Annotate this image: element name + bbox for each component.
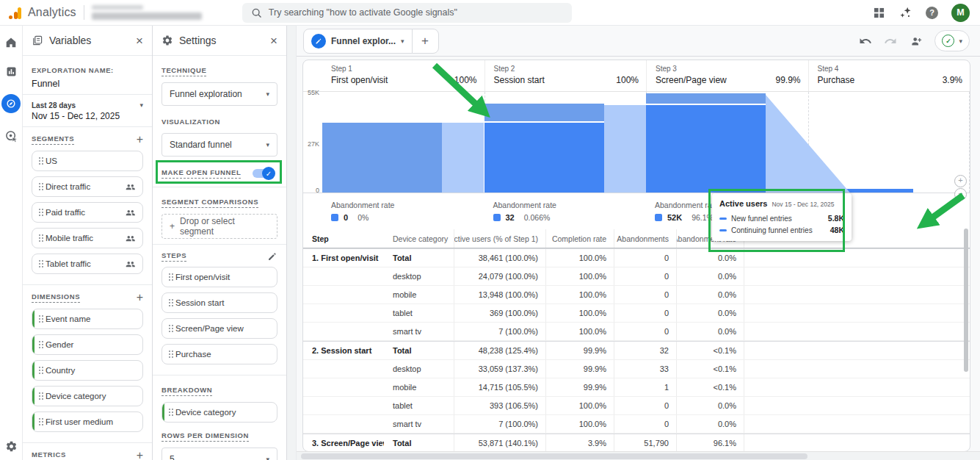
cell-abandonments: 33 <box>614 360 676 378</box>
close-icon[interactable]: × <box>136 35 143 47</box>
dimension-chip[interactable]: Country <box>32 360 143 381</box>
table-row[interactable]: mobile13,948 (100.0%)100.0%00.0% <box>303 286 970 304</box>
cell-filler <box>744 342 970 359</box>
cell-completion-rate: 100.0% <box>545 267 614 285</box>
cell-completion-rate: 99.9% <box>545 342 614 359</box>
table-row[interactable]: tablet393 (106.5%)100.0%00.0% <box>303 397 970 415</box>
date-range-picker[interactable]: Last 28 days Nov 15 - Dec 12, 2025 ▾ <box>23 95 152 127</box>
table-row[interactable]: 2. Session startTotal48,238 (125.4%)99.9… <box>303 341 970 360</box>
saved-status-button[interactable]: ✓ ▾ <box>934 30 970 51</box>
drag-handle-icon <box>39 209 40 210</box>
table-row[interactable]: mobile14,715 (105.5%)99.9%1<0.1% <box>303 378 970 397</box>
property-name-redacted[interactable] <box>92 5 202 20</box>
cell-abandonment-rate: 0.0% <box>676 323 744 340</box>
funnel-step-chip[interactable]: Session start <box>161 292 277 313</box>
gemini-sparkle-icon[interactable] <box>898 6 912 19</box>
chip-label: Gender <box>46 340 73 349</box>
drag-handle-icon <box>169 325 170 326</box>
search-bar[interactable]: Try searching "how to activate Google si… <box>242 3 572 23</box>
apps-grid-icon[interactable] <box>874 7 885 18</box>
cell-filler <box>744 397 970 414</box>
make-open-funnel-toggle[interactable]: ✓ <box>253 169 273 178</box>
table-row[interactable]: desktop33,059 (137.3%)99.9%33<0.1% <box>303 360 970 378</box>
dimension-chip[interactable]: First user medium <box>32 412 143 432</box>
segment-chip[interactable]: Tablet traffic <box>32 254 143 274</box>
segments-label: SEGMENTS <box>32 134 74 145</box>
advertising-icon[interactable] <box>4 129 18 143</box>
segment-chip[interactable]: Paid traffic <box>32 202 143 223</box>
table-row[interactable]: smart tv7 (100.0%)100.0%00.0% <box>303 323 970 341</box>
cell-abandonments: 0 <box>614 304 676 322</box>
product-name: Analytics <box>28 6 76 19</box>
zoom-out-button[interactable]: − <box>954 188 967 201</box>
exploration-canvas: Funnel explor... ▾ + ✓ ▾ Step 1 First <box>297 26 980 460</box>
variables-panel: Variables × EXPLORATION NAME: Funnel Las… <box>23 26 153 460</box>
close-icon[interactable]: × <box>270 35 277 47</box>
add-dimension-button[interactable]: + <box>137 292 143 303</box>
dimension-chip[interactable]: Event name <box>32 309 143 329</box>
funnel-bar-step-1-new[interactable] <box>322 123 442 193</box>
vertical-scrollbar[interactable] <box>964 229 968 372</box>
funnel-step-chip[interactable]: Purchase <box>161 344 277 364</box>
technique-select[interactable]: Funnel exploration ▾ <box>161 82 277 106</box>
abandonment-step-2: Abandonment rate 320.066% <box>484 199 647 222</box>
visualization-label: VISUALIZATION <box>161 118 220 127</box>
avatar[interactable]: M <box>951 4 970 22</box>
add-metric-button[interactable]: + <box>137 450 143 460</box>
analytics-logo[interactable]: Analytics <box>0 6 76 19</box>
dimension-chip[interactable]: Device category <box>32 386 143 406</box>
table-row[interactable]: 3. Screen/Page viewTotal53,871 (140.1%)3… <box>303 434 970 452</box>
help-icon[interactable]: ? <box>926 7 938 19</box>
funnel-step-chip[interactable]: First open/visit <box>161 267 277 287</box>
add-tab-button[interactable]: + <box>412 29 439 54</box>
funnel-bar-step-3-new[interactable] <box>646 93 766 105</box>
funnel-step-2-header: Step 2 Session start100% <box>484 60 647 91</box>
cell-completion-rate: 99.9% <box>545 378 614 396</box>
funnel-bar-step-3-continuing[interactable] <box>646 105 766 193</box>
cell-step: 1. First open/visit <box>303 254 384 262</box>
table-row[interactable]: tablet369 (100.0%)100.0%00.0% <box>303 304 970 323</box>
zoom-in-button[interactable]: + <box>954 175 967 187</box>
undo-icon[interactable] <box>859 35 872 47</box>
funnel-chart: 55K 27K 0 Abandonment rate 00% Abandonme… <box>303 92 970 230</box>
horizontal-scrollbar-thumb[interactable] <box>301 453 807 459</box>
table-row[interactable]: smart tv7 (100.0%)100.0%00.0% <box>303 415 970 434</box>
funnel-bar-step-2-new[interactable] <box>484 104 604 123</box>
chip-label: Paid traffic <box>46 208 85 217</box>
horizontal-scrollbar[interactable] <box>297 451 980 460</box>
funnel-connector-step-1 <box>442 123 484 193</box>
cell-abandonments: 32 <box>614 342 676 359</box>
share-add-user-icon[interactable] <box>909 35 923 47</box>
home-icon[interactable] <box>4 36 18 49</box>
reports-icon[interactable] <box>5 65 18 78</box>
cell-device-category: smart tv <box>384 327 454 336</box>
funnel-bar-step-2-continuing[interactable] <box>484 123 604 193</box>
drag-handle-icon <box>39 418 40 420</box>
funnel-plot <box>322 92 970 193</box>
segment-chip[interactable]: Direct traffic <box>32 176 143 197</box>
table-header-cell: Active users (% of Step 1) <box>454 229 545 248</box>
breakdown-chip[interactable]: Device category <box>161 402 277 423</box>
visualization-select[interactable]: Standard funnel ▾ <box>161 133 277 157</box>
segment-chip[interactable]: US <box>32 151 143 171</box>
funnel-connector-step-2 <box>604 105 646 193</box>
exploration-name-value[interactable]: Funnel <box>32 79 143 89</box>
caret-down-icon: ▾ <box>139 101 143 109</box>
dimension-chip[interactable]: Gender <box>32 334 143 355</box>
table-row[interactable]: desktop24,079 (100.0%)100.0%00.0% <box>303 267 970 286</box>
funnel-plot-right-edge <box>969 92 970 193</box>
segment-drop-target[interactable]: + Drop or select segment <box>161 214 277 239</box>
explore-icon[interactable] <box>1 94 21 113</box>
segment-chip[interactable]: Mobile traffic <box>32 228 143 248</box>
settings-title: Settings <box>179 35 264 46</box>
rows-per-dimension-select[interactable]: 5 ▾ <box>161 448 277 460</box>
add-segment-button[interactable]: + <box>137 134 143 145</box>
tab-funnel-exploration[interactable]: Funnel explor... ▾ <box>303 29 413 54</box>
funnel-step-chip[interactable]: Screen/Page view <box>161 318 277 339</box>
cell-abandonment-rate: <0.1% <box>676 378 744 396</box>
edit-pencil-icon[interactable] <box>267 251 277 262</box>
redo-icon[interactable] <box>884 35 897 47</box>
drag-handle-icon <box>39 392 40 394</box>
admin-gear-icon[interactable] <box>5 440 18 453</box>
table-row[interactable]: 1. First open/visitTotal38,461 (100.0%)1… <box>303 248 970 267</box>
